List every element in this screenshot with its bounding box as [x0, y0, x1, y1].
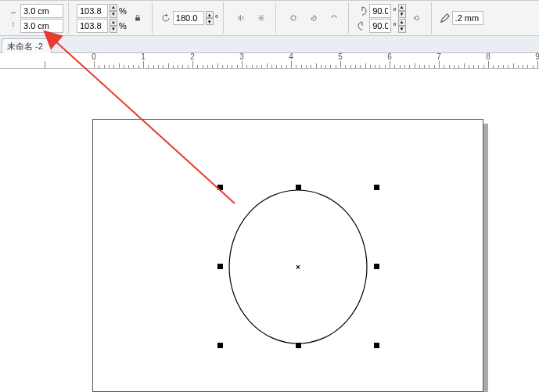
rotation-up[interactable]: ▲	[206, 11, 214, 18]
rotation-down[interactable]: ▼	[206, 18, 214, 25]
selection-handle-w[interactable]	[217, 264, 223, 269]
width-icon: ↔	[8, 7, 19, 18]
horizontal-ruler: 0123456789	[0, 53, 539, 69]
mirror-vertical-button[interactable]	[252, 9, 271, 27]
tab-label: 未命名 -2	[7, 41, 43, 51]
ellipse-arc-button[interactable]	[325, 9, 343, 27]
arc-end-spinner[interactable]: ▲ ▼	[398, 19, 406, 33]
ruler-label: 8	[486, 52, 490, 61]
scale-y-up[interactable]: ▲	[110, 19, 117, 26]
ruler-label: 7	[437, 52, 441, 61]
canvas[interactable]: ×	[0, 69, 539, 392]
scale-x-down[interactable]: ▼	[110, 11, 117, 18]
outline-width-input[interactable]	[452, 11, 483, 25]
arc-end-up[interactable]: ▲	[398, 19, 406, 26]
arc-angle-group: ° ▲ ▼ ° ▲ ▼	[352, 2, 431, 34]
outline-group	[435, 2, 488, 34]
ruler-label: 6	[387, 52, 392, 61]
scale-group: ▲ ▼ % ▲ ▼ %	[72, 2, 153, 34]
ruler-label: 1	[141, 52, 146, 61]
selection-handle-se[interactable]	[374, 343, 379, 348]
scale-x-input[interactable]	[77, 4, 108, 18]
selection-handle-n[interactable]	[296, 185, 301, 190]
arc-end-down[interactable]: ▼	[398, 26, 406, 33]
mirror-horizontal-button[interactable]	[232, 9, 250, 27]
ruler-label: 0	[92, 52, 96, 61]
scale-y-down[interactable]: ▼	[110, 26, 117, 33]
ruler-label: 2	[190, 52, 195, 61]
selection-handle-s[interactable]	[296, 343, 301, 348]
pen-icon	[440, 13, 451, 23]
property-bar: ↔ ↕ ▲ ▼ % ▲ ▼ %	[0, 0, 539, 36]
height-icon: ↕	[8, 19, 19, 30]
tab-bar: 未命名 -2	[0, 36, 539, 53]
arc-start-icon	[357, 5, 368, 16]
rotation-input[interactable]	[173, 11, 204, 25]
ellipse-pie-button[interactable]	[304, 9, 323, 27]
arc-start-down[interactable]: ▼	[398, 11, 406, 18]
rotate-icon	[160, 13, 171, 23]
scale-x-spinner[interactable]: ▲ ▼	[110, 4, 117, 18]
selection-center-mark: ×	[296, 263, 300, 272]
arc-start-input[interactable]	[369, 4, 391, 18]
ruler-label: 4	[289, 52, 293, 61]
width-input[interactable]	[20, 4, 63, 18]
ellipse-full-button[interactable]	[284, 9, 303, 27]
arc-start-up[interactable]: ▲	[398, 4, 406, 11]
height-input[interactable]	[20, 19, 63, 33]
ruler-label: 9	[535, 52, 539, 61]
scale-y-input[interactable]	[77, 19, 108, 33]
percent-label: %	[119, 6, 127, 16]
degree-label: °	[215, 13, 218, 23]
document-tab[interactable]: 未命名 -2	[2, 38, 52, 53]
rotation-group: ▲ ▼ °	[156, 2, 224, 34]
arc-end-icon	[357, 20, 368, 31]
arc-end-input[interactable]	[369, 19, 391, 33]
ruler-label: 3	[239, 52, 244, 61]
rotation-spinner[interactable]: ▲ ▼	[206, 11, 214, 25]
svg-point-0	[291, 16, 296, 20]
selection-handle-ne[interactable]	[374, 185, 379, 190]
selection-handle-sw[interactable]	[217, 343, 223, 348]
ellipse-type-group	[279, 2, 349, 34]
ruler-label: 5	[338, 52, 343, 61]
scale-x-up[interactable]: ▲	[110, 4, 117, 11]
arc-direction-button[interactable]	[408, 9, 426, 27]
percent-label: %	[119, 21, 127, 31]
selection-handle-nw[interactable]	[217, 185, 223, 190]
degree-label: °	[393, 21, 396, 31]
mirror-group	[227, 2, 276, 34]
arc-start-spinner[interactable]: ▲ ▼	[398, 4, 406, 18]
scale-y-spinner[interactable]: ▲ ▼	[110, 19, 117, 33]
selection-handle-e[interactable]	[374, 264, 379, 269]
lock-ratio-button[interactable]	[128, 9, 147, 27]
size-group: ↔ ↕	[3, 2, 69, 34]
degree-label: °	[393, 6, 396, 16]
